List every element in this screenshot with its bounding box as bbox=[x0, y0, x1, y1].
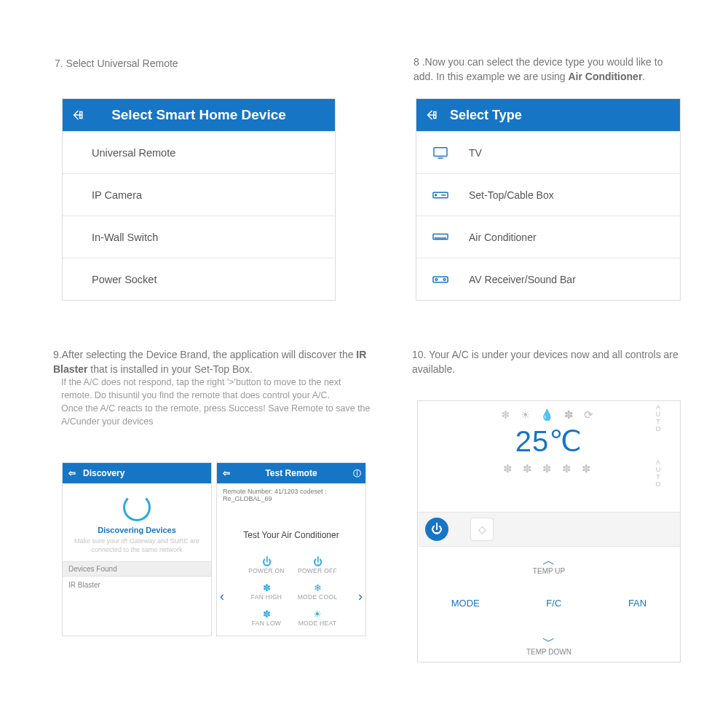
ac-icon bbox=[432, 233, 457, 242]
avr-icon bbox=[432, 275, 457, 284]
panel-ac-remote: ❄ ☀ 💧 ✽ ⟳ AUTO 25℃ ✽ ✽ ✽ ✽ ✽ AUTO ⏻ ◇ ︿ … bbox=[417, 400, 681, 662]
found-ir-blaster[interactable]: IR Blaster bbox=[63, 577, 211, 593]
swing-icon: ◇ bbox=[478, 523, 486, 535]
panel7-header: Select Smart Home Device bbox=[63, 99, 335, 131]
prev-remote[interactable]: ‹ bbox=[220, 589, 224, 604]
step9-heading: 9.After selecting the Device Brand, the … bbox=[53, 347, 370, 377]
panel8-header: Select Type bbox=[416, 99, 680, 131]
btn-fan-low[interactable]: ✽FAN LOW bbox=[245, 609, 288, 627]
test-header: ⇦ Test Remote ⓘ bbox=[217, 463, 365, 483]
fc-button[interactable]: F/C bbox=[546, 598, 561, 609]
svg-rect-2 bbox=[434, 147, 447, 156]
svg-point-7 bbox=[435, 278, 438, 280]
info-icon[interactable]: ⓘ bbox=[348, 468, 365, 479]
spinner-icon bbox=[123, 494, 151, 521]
power-icon: ⏻ bbox=[296, 556, 339, 566]
back-icon[interactable]: ⇦ bbox=[217, 468, 236, 478]
device-power-socket[interactable]: Power Socket bbox=[63, 258, 335, 300]
btn-power-on[interactable]: ⏻POWER ON bbox=[245, 556, 288, 574]
btn-mode-heat[interactable]: ☀MODE HEAT bbox=[296, 609, 339, 627]
next-remote[interactable]: › bbox=[358, 589, 363, 604]
back-icon[interactable] bbox=[416, 108, 446, 122]
device-ip-camera[interactable]: IP Camera bbox=[63, 173, 335, 215]
step9-subtext: If the A/C does not respond, tap the rig… bbox=[61, 376, 371, 429]
btn-fan-high[interactable]: ✽FAN HIGH bbox=[245, 582, 288, 601]
tv-icon bbox=[432, 146, 457, 159]
chevron-up-icon: ︿ bbox=[533, 554, 565, 567]
step8-heading: 8 .Now you can select the device type yo… bbox=[414, 55, 683, 84]
panel7-title: Select Smart Home Device bbox=[92, 107, 335, 123]
chevron-down-icon: ﹀ bbox=[526, 635, 571, 648]
temp-down[interactable]: ﹀ TEMP DOWN bbox=[526, 635, 571, 656]
btn-mode-cool[interactable]: ❄MODE COOL bbox=[296, 582, 339, 601]
step7-heading: 7. Select Universal Remote bbox=[55, 56, 178, 71]
power-icon: ⏻ bbox=[431, 523, 443, 536]
auto-label: AUTO bbox=[654, 459, 662, 488]
discovery-header: ⇦ Discovery bbox=[63, 463, 211, 483]
panel-select-device: Select Smart Home Device Universal Remot… bbox=[62, 98, 336, 301]
discovering-title: Discovering Devices bbox=[63, 526, 211, 534]
type-settop[interactable]: Set-Top/Cable Box bbox=[416, 173, 680, 215]
fan-icon: ✽ bbox=[245, 609, 288, 619]
btn-power-off[interactable]: ⏻POWER OFF bbox=[296, 556, 339, 574]
svg-point-4 bbox=[435, 194, 437, 196]
mode-button[interactable]: MODE bbox=[451, 598, 480, 609]
swing-button[interactable]: ◇ bbox=[470, 518, 494, 541]
remote-number: Remote Number: 41/1203 codeset : Re_GLOB… bbox=[217, 483, 365, 507]
fan-speed-icons: ✽ ✽ ✽ ✽ ✽ AUTO bbox=[418, 462, 680, 475]
type-tv[interactable]: TV bbox=[416, 131, 680, 173]
svg-point-8 bbox=[443, 278, 446, 280]
panel-discovery: ⇦ Discovery Discovering Devices Make sur… bbox=[62, 462, 212, 636]
temp-up[interactable]: ︿ TEMP UP bbox=[533, 554, 565, 575]
back-icon[interactable]: ⇦ bbox=[63, 468, 82, 478]
fan-button[interactable]: FAN bbox=[628, 598, 646, 609]
type-ac[interactable]: Air Conditioner bbox=[416, 215, 680, 258]
temperature-value: 25℃ bbox=[418, 424, 680, 458]
auto-label: AUTO bbox=[654, 404, 662, 433]
step10-heading: 10. Your A/C is under your devices now a… bbox=[412, 347, 689, 377]
test-title: Test Your Air Conditioner bbox=[217, 530, 365, 540]
back-icon[interactable] bbox=[63, 108, 92, 122]
device-universal-remote[interactable]: Universal Remote bbox=[63, 131, 335, 173]
type-avr[interactable]: AV Receiver/Sound Bar bbox=[416, 258, 680, 300]
power-button[interactable]: ⏻ bbox=[425, 518, 448, 541]
snow-icon: ❄ bbox=[296, 582, 339, 593]
settop-icon bbox=[432, 191, 457, 199]
panel-select-type: Select Type TV Set-Top/Cable Box Air Con… bbox=[416, 98, 681, 301]
device-in-wall-switch[interactable]: In-Wall Switch bbox=[63, 215, 335, 258]
mode-icons: ❄ ☀ 💧 ✽ ⟳ AUTO bbox=[418, 401, 680, 422]
panel8-title: Select Type bbox=[446, 108, 680, 123]
fan-icon: ✽ bbox=[245, 582, 288, 593]
discovering-sub: Make sure your IR Gateway and SURE are c… bbox=[70, 537, 204, 554]
panel-test-remote: ⇦ Test Remote ⓘ Remote Number: 41/1203 c… bbox=[216, 462, 366, 636]
devices-found-head: Devices Found bbox=[63, 561, 211, 577]
power-icon: ⏻ bbox=[245, 556, 288, 566]
sun-icon: ☀ bbox=[296, 609, 339, 619]
